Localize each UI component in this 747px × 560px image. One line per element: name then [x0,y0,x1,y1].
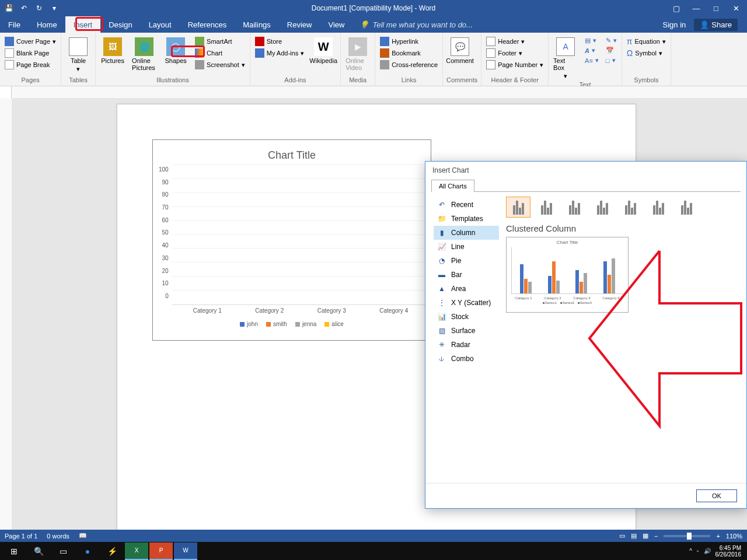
drop-cap-button[interactable]: A≡▾ [584,56,600,65]
spellcheck-icon[interactable]: 📖 [79,532,87,540]
page-number-button[interactable]: Page Number ▾ [485,60,544,70]
category-surface[interactable]: ▧Surface [434,324,499,338]
tab-insert[interactable]: Insert [65,16,101,33]
store-button[interactable]: Store [254,36,305,47]
volume-icon[interactable]: 🔊 [704,548,711,554]
column-subtype-1[interactable] [534,197,558,218]
bookmark-button[interactable]: Bookmark [379,48,439,58]
cross-reference-button[interactable]: Cross-reference [379,60,439,70]
chrome-icon[interactable]: ● [76,542,99,560]
screenshot-button[interactable]: Screenshot ▾ [194,60,246,70]
tab-view[interactable]: View [320,16,352,33]
tab-home[interactable]: Home [29,16,65,33]
category-templates[interactable]: 📁Templates [434,212,499,226]
app-icon[interactable]: ⚡ [100,542,124,560]
start-button[interactable]: ⊞ [2,542,26,560]
category-xyscatter[interactable]: ⋮X Y (Scatter) [434,296,499,310]
wikipedia-button[interactable]: WWikipedia [310,36,337,65]
insert-chart-dialog: Insert Chart All Charts ↶Recent📁Template… [425,161,747,509]
comment-button[interactable]: 💬Comment [446,36,473,65]
column-subtype-6[interactable] [674,197,699,218]
qat-customize-icon[interactable]: ▾ [49,3,60,13]
table-button[interactable]: ▦Table▾ [65,36,92,74]
category-radar[interactable]: ✳Radar [434,338,499,352]
chart-object[interactable]: Chart Title 1009080706050403020100 Categ… [152,139,431,341]
date-time-button[interactable]: 📅 [605,46,618,55]
zoom-out-icon[interactable]: − [654,533,658,540]
tab-file[interactable]: File [0,16,29,33]
category-stock[interactable]: 📊Stock [434,310,499,324]
page-status[interactable]: Page 1 of 1 [5,533,37,540]
blank-page-button[interactable]: Blank Page [4,48,57,58]
category-combo[interactable]: ⫝Combo [434,352,499,366]
tab-mailings[interactable]: Mailings [235,16,279,33]
zoom-in-icon[interactable]: + [716,533,720,540]
my-addins-button[interactable]: My Add-ins ▾ [254,48,305,58]
excel-icon[interactable]: X [125,542,148,560]
column-subtype-4[interactable] [618,197,643,218]
table-icon: ▦ [69,37,88,56]
smartart-button[interactable]: SmartArt [194,36,246,47]
category-pie[interactable]: ◔Pie [434,254,499,268]
category-area[interactable]: ▲Area [434,282,499,296]
tab-review[interactable]: Review [279,16,320,33]
tab-layout[interactable]: Layout [141,16,180,33]
text-box-button[interactable]: AText Box▾ [552,36,579,81]
category-line[interactable]: 📈Line [434,240,499,254]
zoom-slider[interactable] [664,535,710,537]
symbol-button[interactable]: Ω Symbol ▾ [626,48,667,58]
tab-design[interactable]: Design [100,16,140,33]
read-mode-icon[interactable]: ▭ [619,532,625,540]
object-button[interactable]: □▾ [605,56,618,65]
ok-button[interactable]: OK [696,489,737,502]
column-subtype-2[interactable] [562,197,587,218]
chart-button[interactable]: Chart [194,48,246,58]
column-subtype-0[interactable] [506,197,530,218]
search-icon[interactable]: 🔍 [27,542,50,560]
shapes-button[interactable]: ◯Shapes [162,36,189,65]
chart-preview[interactable]: Chart Title Category 1Category 2Category… [506,237,629,313]
zoom-level[interactable]: 110% [726,533,742,540]
sign-in-link[interactable]: Sign in [663,20,686,29]
category-column[interactable]: ▮Column [434,226,499,240]
textbox-icon: A [556,37,575,56]
category-bar[interactable]: ▬Bar [434,268,499,282]
task-view-icon[interactable]: ▭ [51,542,75,560]
column-subtype-3[interactable] [590,197,615,218]
tab-references[interactable]: References [180,16,235,33]
redo-icon[interactable]: ↻ [34,3,44,13]
undo-icon[interactable]: ↶ [19,3,29,13]
online-video-button[interactable]: ▶Online Video [344,36,371,72]
clock[interactable]: 6:45 PM 6/26/2016 [715,545,742,558]
all-charts-tab[interactable]: All Charts [431,180,474,192]
close-icon[interactable]: ✕ [732,4,740,12]
footer-button[interactable]: Footer ▾ [485,48,544,58]
network-icon[interactable]: ▫ [697,548,699,554]
print-layout-icon[interactable]: ▤ [631,532,637,540]
ribbon-options-icon[interactable]: ▢ [672,4,680,12]
tell-me-search[interactable]: 💡 Tell me what you want to do... [359,20,473,29]
header-button[interactable]: Header ▾ [485,36,544,47]
taskbar: ⊞ 🔍 ▭ ● ⚡ X P W ^ ▫ 🔊 6:45 PM 6/26/2016 [0,542,747,560]
page-break-button[interactable]: Page Break [4,60,57,70]
web-layout-icon[interactable]: ▦ [643,532,648,540]
equation-button[interactable]: π Equation ▾ [626,36,667,47]
word-count[interactable]: 0 words [47,533,69,540]
wordart-button[interactable]: A▾ [584,46,600,55]
column-subtype-5[interactable] [646,197,671,218]
minimize-icon[interactable]: — [692,4,700,12]
signature-button[interactable]: ✎▾ [605,36,618,45]
tray-up-icon[interactable]: ^ [689,548,692,554]
save-icon[interactable]: 💾 [4,3,14,13]
quick-parts-button[interactable]: ▤▾ [584,36,600,45]
pictures-button[interactable]: 🖼Pictures [99,36,126,65]
share-button[interactable]: 👤Share [694,19,738,31]
category-recent[interactable]: ↶Recent [434,198,499,212]
wikipedia-icon: W [314,37,333,56]
cover-page-button[interactable]: Cover Page ▾ [4,36,57,47]
word-icon[interactable]: W [174,542,197,560]
hyperlink-button[interactable]: Hyperlink [379,36,439,47]
online-pictures-button[interactable]: 🌐Online Pictures [131,36,158,72]
powerpoint-icon[interactable]: P [149,542,173,560]
maximize-icon[interactable]: □ [712,4,720,12]
